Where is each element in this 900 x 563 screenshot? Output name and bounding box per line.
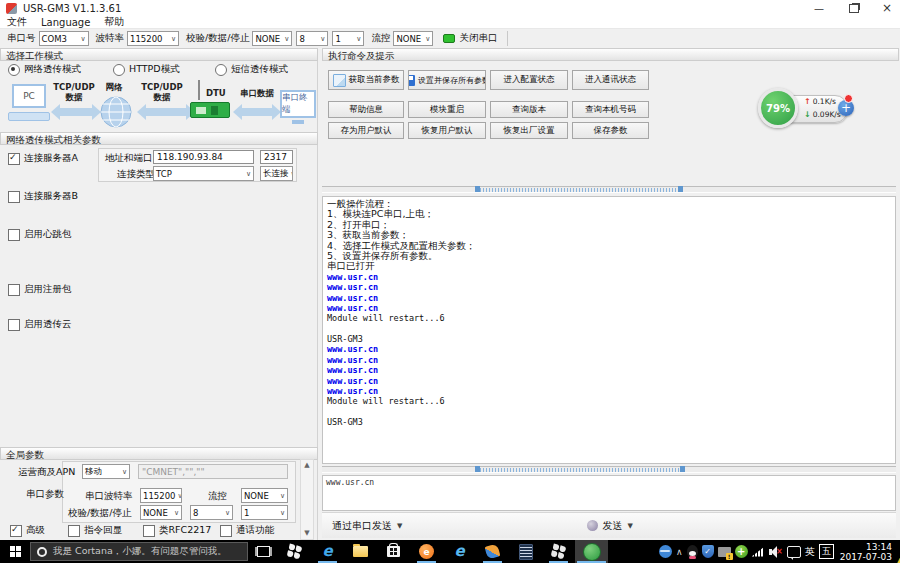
global-stopbits-select[interactable]: 1∨: [241, 505, 288, 520]
global-scrollbar[interactable]: ▲ ▼: [300, 459, 314, 540]
monitor-stand-icon: [292, 120, 304, 124]
carrier-select[interactable]: 移动∨: [82, 464, 130, 479]
cortana-search-box[interactable]: 我是 Cortana，小娜。有问题尽管问我。: [30, 542, 248, 561]
taskbar-app-edge[interactable]: e: [311, 540, 344, 563]
chevron-down-icon: ∨: [122, 468, 127, 476]
tray-message[interactable]: [787, 540, 801, 563]
enter-config-button[interactable]: 进入配置状态: [490, 70, 568, 90]
factory-reset-button[interactable]: 恢复出厂设置: [490, 122, 568, 139]
radio-sms-passthrough[interactable]: 短信透传模式: [215, 63, 288, 76]
global-flow-select[interactable]: NONE∨: [241, 488, 288, 503]
tray-language[interactable]: 英: [805, 540, 815, 563]
get-params-button[interactable]: 获取当前参数: [328, 70, 404, 90]
close-port-button[interactable]: 关闭串口: [459, 32, 497, 45]
set-save-params-button[interactable]: 设置并保存所有参数: [408, 70, 486, 90]
global-parity-select[interactable]: NONE∨: [140, 505, 182, 520]
send-button[interactable]: 发送 ▼: [587, 519, 632, 533]
windows-store-icon: [387, 546, 400, 557]
log-line-link: www.usr.cn: [327, 303, 891, 313]
restore-button[interactable]: [841, 0, 867, 16]
menu-language[interactable]: Language: [34, 17, 97, 28]
taskbar-app-360safety[interactable]: [476, 540, 509, 563]
scroll-down-icon[interactable]: ▼: [301, 528, 313, 539]
slider-thumb-right[interactable]: [680, 466, 685, 472]
save-user-default-button[interactable]: 存为用户默认: [328, 122, 404, 139]
conn-type-select[interactable]: TCP∨: [153, 166, 254, 181]
taskbar-app-pinwheel[interactable]: [278, 540, 311, 563]
menu-file[interactable]: 文件: [0, 15, 34, 29]
start-button[interactable]: [0, 540, 30, 563]
taskbar-app-calculator[interactable]: [509, 540, 542, 563]
save-params-button[interactable]: 保存参数: [572, 122, 649, 139]
chevron-down-icon: ∨: [291, 170, 294, 178]
restore-user-default-button[interactable]: 恢复用户默认: [408, 122, 486, 139]
server-b-checkbox[interactable]: 连接服务器B: [8, 190, 78, 203]
enter-comm-button[interactable]: 进入通讯状态: [572, 70, 649, 90]
help-info-button[interactable]: 帮助信息: [328, 101, 404, 118]
slider-thumb-left[interactable]: [475, 466, 480, 472]
taskbar-app-store[interactable]: [377, 540, 410, 563]
address-input[interactable]: 118.190.93.84: [153, 150, 254, 164]
send-via-serial-button[interactable]: 通过串口发送: [332, 519, 392, 533]
global-databits-select[interactable]: 8∨: [190, 505, 233, 520]
tray-360-shield[interactable]: ✓: [702, 540, 714, 563]
flow-select[interactable]: NONE∨: [393, 31, 433, 46]
flow-label: 流控: [371, 32, 390, 45]
close-button[interactable]: ×: [874, 0, 900, 16]
heartbeat-checkbox[interactable]: 启用心跳包: [8, 228, 72, 241]
call-checkbox[interactable]: 通话功能: [220, 524, 274, 537]
chevron-up-icon: ∧: [676, 547, 683, 557]
tray-green-cross[interactable]: +: [735, 540, 748, 563]
parity-select[interactable]: NONE∨: [252, 31, 292, 46]
log-textarea[interactable]: 一般操作流程： 1、模块连PC串口,上电； 2、打开串口； 3、获取当前参数； …: [322, 196, 896, 464]
taskbar-app-360browser[interactable]: e: [410, 540, 443, 563]
taskbar-app-pinwheel-dark[interactable]: [542, 540, 575, 563]
register-packet-checkbox[interactable]: 启用注册包: [8, 283, 72, 296]
port-input[interactable]: 2317: [260, 150, 293, 164]
network-label: 网络: [92, 82, 136, 92]
tray-qq[interactable]: [687, 540, 698, 563]
taskbar-app-explorer[interactable]: [344, 540, 377, 563]
cloud-checkbox[interactable]: 启用透传云: [8, 318, 72, 331]
scroll-up-icon[interactable]: ▲: [301, 460, 313, 471]
tray-network-status[interactable]: ▲: [659, 540, 672, 563]
tray-wifi[interactable]: [752, 540, 765, 563]
global-pds-label: 校验/数据/停止: [68, 507, 131, 520]
server-a-checkbox[interactable]: 连接服务器A: [8, 152, 78, 165]
menu-help[interactable]: 帮助: [97, 15, 131, 29]
tray-volume[interactable]: ×: [769, 540, 783, 563]
echo-checkbox[interactable]: 指令回显: [68, 524, 122, 537]
task-view-button[interactable]: [248, 540, 278, 563]
databits-select[interactable]: 8∨: [296, 31, 328, 46]
taskbar-app-ie[interactable]: e: [443, 540, 476, 563]
advanced-checkbox[interactable]: 高级: [10, 524, 45, 537]
radio-net-passthrough[interactable]: 网络透传模式: [8, 63, 81, 76]
tray-show-hidden[interactable]: ∧: [676, 540, 683, 563]
radio-httpd[interactable]: HTTPD模式: [113, 63, 180, 76]
tray-clock[interactable]: 13:14 2017-07-03: [840, 542, 892, 562]
baud-select[interactable]: 115200∨: [127, 31, 179, 46]
tray-camera-warning[interactable]: [718, 540, 731, 563]
port-select[interactable]: COM3∨: [39, 31, 89, 46]
log-line-link: www.usr.cn: [327, 344, 891, 354]
module-restart-button[interactable]: 模块重启: [408, 101, 486, 118]
conn-mode-select[interactable]: 长连接∨: [260, 166, 293, 181]
360-float-ball[interactable]: ↑0.1K/s ↓0.09K/s 79% +: [758, 88, 854, 130]
log-line-link: www.usr.cn: [327, 386, 891, 396]
rfc2217-checkbox[interactable]: 类RFC2217: [143, 524, 211, 537]
minimize-button[interactable]: —: [806, 0, 832, 16]
taskbar-app-usr-gm3[interactable]: [575, 540, 608, 563]
send-top-slider[interactable]: [322, 466, 896, 473]
memory-percent-ball[interactable]: 79%: [758, 88, 798, 128]
send-textarea[interactable]: www.usr.cn: [322, 475, 896, 511]
360-safety-icon: [485, 544, 501, 560]
query-number-button[interactable]: 查询本机号码: [572, 101, 649, 118]
slider-thumb-right[interactable]: [678, 186, 683, 192]
tray-ime[interactable]: 五: [819, 540, 834, 563]
slider-thumb-left[interactable]: [475, 186, 480, 192]
query-version-button[interactable]: 查询版本: [490, 101, 568, 118]
stopbits-select[interactable]: 1∨: [332, 31, 364, 46]
log-top-slider[interactable]: [322, 186, 896, 193]
global-baud-select[interactable]: 115200∨: [140, 488, 182, 503]
baud-label: 波特率: [96, 32, 125, 45]
